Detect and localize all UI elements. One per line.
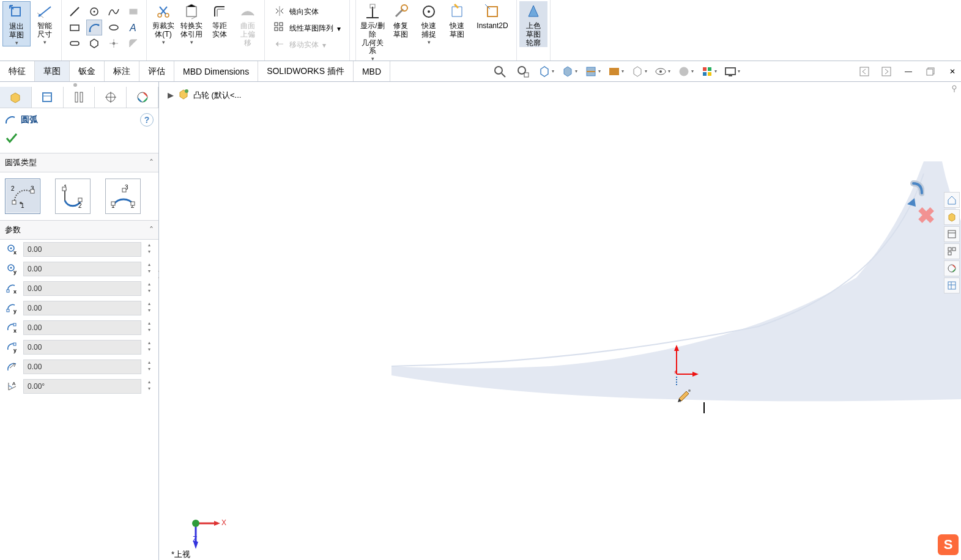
ey-spinner[interactable]: ▴▾ [145,341,154,354]
taskpane-custom-props[interactable] [944,278,960,293]
render-button[interactable] [700,63,718,80]
linear-pattern-button[interactable]: 线性草图阵列 ▾ [270,20,344,37]
cy-spinner[interactable]: ▴▾ [145,262,154,276]
ex-spinner[interactable]: ▴▾ [145,321,154,334]
offset-entities-button[interactable]: 等距 实体 [206,1,234,47]
taskpane-resources[interactable] [944,209,960,225]
tab-mbd[interactable]: MBD [354,61,390,81]
view-orientation-button[interactable] [538,63,555,80]
trim-entities-button[interactable]: 剪裁实 体(T) ▾ [149,1,177,47]
instant2d-button[interactable]: Instant2D [471,1,514,62]
arc-type-header[interactable]: 圆弧类型 ˄ [0,153,158,172]
dropdown-caret[interactable]: ▾ [162,39,165,45]
zoom-area-button[interactable] [514,63,532,80]
breadcrumb-part-name[interactable]: 凸轮 (默认<... [193,90,241,101]
exit-sketch-button[interactable]: 退出 草图 ▾ [2,1,31,46]
breadcrumb-expand[interactable]: ▶ [168,90,174,100]
shade-contour-button[interactable]: 上色 草图 轮廓 [519,1,547,47]
confirm-button[interactable] [5,138,18,147]
polygon-tool[interactable] [86,35,102,51]
window-min-button[interactable]: — [900,63,917,80]
spline-tool[interactable] [106,4,122,20]
smart-dimension-button[interactable]: 智能 尺寸 ▾ [31,1,59,46]
line-tool[interactable] [67,4,83,20]
arc-type-centerpoint[interactable]: 231 [5,179,40,214]
reference-triad[interactable]: X Z [184,505,226,554]
graphics-viewport[interactable]: ▶ 凸轮 (默认<... * ✖ [159,82,961,560]
svg-text:2: 2 [11,185,15,192]
exit-sketch-icon [7,3,26,21]
flyout-pin-button[interactable] [950,84,959,93]
mgr-tab-property[interactable] [32,87,64,108]
pm-help-button[interactable]: ? [140,113,154,127]
quick-snap-button[interactable]: 快速 捕捉 ▾ [415,1,443,62]
ey-input[interactable] [23,340,141,355]
tab-annotate[interactable]: 标注 [105,61,139,81]
radius-input[interactable] [23,359,141,374]
arc-type-tangent[interactable]: 12 [55,179,91,214]
mgr-tab-dimxpert[interactable] [95,87,127,108]
dropdown-caret[interactable]: ▾ [43,39,46,45]
cx-input[interactable] [23,242,141,257]
dismiss-x-button[interactable]: ✖ [917,203,935,229]
sx-spinner[interactable]: ▴▾ [145,282,154,295]
dropdown-caret[interactable]: ▾ [190,39,193,45]
property-manager: 圆弧 ? 圆弧类型 ˄ 231 12 123 参数 ˄ x [0,82,159,560]
collapse-caret[interactable]: ˄ [149,225,154,235]
tab-sw-addins[interactable]: SOLIDWORKS 插件 [258,61,354,81]
window-next-button[interactable] [878,63,895,80]
window-close-button[interactable]: ✕ [944,63,961,80]
rectangle-tool[interactable] [67,20,83,35]
dropdown-caret[interactable]: ▾ [428,39,431,45]
section-view-button[interactable] [584,63,601,80]
taskpane-design-lib[interactable] [944,226,960,242]
text-tool[interactable]: A [125,20,141,35]
grp-shade: 上色 草图 轮廓 [517,0,551,61]
collapse-caret[interactable]: ˄ [149,158,154,168]
mgr-tab-config[interactable] [64,87,95,108]
point-tool[interactable] [106,35,122,51]
tab-feature[interactable]: 特征 [0,61,35,81]
tab-mbd-dimensions[interactable]: MBD Dimensions [174,61,258,81]
dropdown-caret[interactable]: ▾ [15,40,18,46]
mgr-tab-appearance[interactable] [127,87,158,108]
window-restore-button[interactable] [922,63,939,80]
angle-spinner[interactable]: ▴▾ [145,380,154,393]
taskpane-view-palette[interactable] [944,243,960,259]
circle-tool[interactable] [86,4,102,20]
cy-input[interactable] [23,262,141,276]
taskpane-home[interactable] [944,192,960,208]
arc-type-3point[interactable]: 123 [105,179,141,214]
screen-capture-button[interactable] [724,63,741,80]
main-area: 圆弧 ? 圆弧类型 ˄ 231 12 123 参数 ˄ x [0,82,961,560]
sx-input[interactable] [23,281,141,296]
sy-spinner[interactable]: ▴▾ [145,301,154,315]
slot-tool[interactable] [67,35,83,51]
dropdown-caret[interactable]: ▾ [337,24,341,33]
taskpane-appearances[interactable] [944,260,960,276]
radius-spinner[interactable]: ▴▾ [145,360,154,374]
zoom-fit-button[interactable] [491,63,508,80]
scene-button[interactable] [607,63,625,80]
hide-show-button[interactable] [631,63,648,80]
sogou-ime-badge[interactable]: S [938,534,959,555]
params-header[interactable]: 参数 ˄ [0,220,158,240]
sy-input[interactable] [23,301,141,315]
tab-sketch[interactable]: 草图 [35,61,70,81]
visibility-button[interactable] [654,63,671,80]
show-relations-button[interactable]: 显示/删除 几何关系 ▾ [358,1,387,62]
repair-sketch-button[interactable]: 修复 草图 [387,1,415,62]
convert-entities-button[interactable]: 转换实 体引用 ▾ [177,1,206,47]
arc-tool[interactable] [86,20,102,35]
tab-evaluate[interactable]: 评估 [139,61,174,81]
display-style-button[interactable] [561,63,578,80]
rapid-sketch-button[interactable]: 快速 草图 [443,1,471,62]
tab-sheetmetal[interactable]: 钣金 [70,61,105,81]
ellipse-tool[interactable] [106,20,122,35]
mirror-entities-button[interactable]: 镜向实体 [270,4,322,20]
window-prev-button[interactable] [856,63,873,80]
ex-input[interactable] [23,320,141,335]
cx-spinner[interactable]: ▴▾ [145,243,154,256]
mgr-tab-feature[interactable] [0,87,32,108]
angle-input[interactable] [23,379,141,394]
